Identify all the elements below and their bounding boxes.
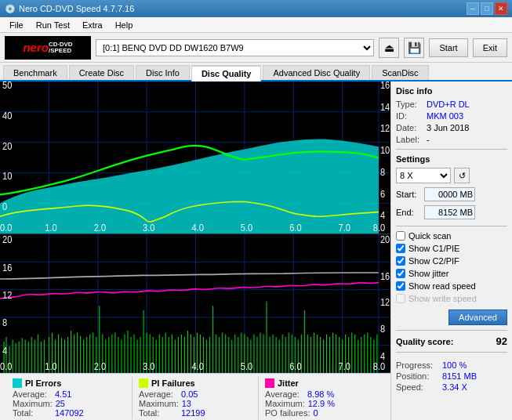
position-value: 8151 MB (442, 371, 477, 381)
stat-jitter: Jitter Average: 8.98 % Maximum: 12.9 % P… (259, 377, 384, 419)
title-bar-text: Nero CD-DVD Speed 4.7.7.16 (19, 4, 134, 13)
quality-score-value: 92 (496, 335, 507, 347)
disc-id-label: ID: (396, 111, 423, 121)
tab-scan-disc[interactable]: ScanDisc (372, 65, 428, 80)
show-jitter-checkbox[interactable] (396, 269, 405, 278)
svg-text:5.0: 5.0 (241, 361, 253, 373)
pi-errors-total-label: Total: (13, 408, 52, 418)
svg-text:12: 12 (2, 290, 12, 302)
menu-extra[interactable]: Extra (76, 19, 109, 31)
app-icon: 💿 (5, 4, 16, 14)
tab-benchmark[interactable]: Benchmark (3, 65, 67, 80)
svg-text:0.0: 0.0 (0, 222, 13, 233)
quick-scan-checkbox[interactable] (396, 231, 405, 241)
svg-text:0: 0 (2, 201, 8, 212)
disc-label-label: Label: (396, 135, 423, 144)
show-jitter-row[interactable]: Show jitter (396, 269, 507, 278)
quick-scan-row[interactable]: Quick scan (396, 231, 507, 241)
advanced-button[interactable]: Advanced (448, 310, 507, 325)
disc-label-row: Label: - (396, 135, 507, 144)
svg-text:16: 16 (380, 81, 390, 90)
menu-run-test[interactable]: Run Test (30, 19, 76, 31)
tab-disc-quality[interactable]: Disc Quality (191, 65, 262, 81)
maximize-button[interactable]: □ (481, 2, 493, 15)
svg-text:40: 40 (2, 110, 13, 121)
show-c2-pif-row[interactable]: Show C2/PIF (396, 256, 507, 266)
svg-text:1.0: 1.0 (45, 361, 57, 373)
window-controls: ─ □ ✕ (467, 2, 507, 15)
start-row: Start: (396, 187, 507, 201)
svg-text:10: 10 (380, 145, 390, 156)
jitter-avg-value: 8.98 % (307, 389, 334, 399)
quality-score-label: Quality score: (396, 337, 453, 346)
minimize-button[interactable]: ─ (467, 2, 479, 15)
svg-text:8: 8 (2, 317, 8, 329)
svg-text:20: 20 (2, 234, 13, 246)
svg-text:4.0: 4.0 (191, 222, 204, 233)
main-content: 50 40 20 10 0 16 14 12 10 8 6 4 0.0 1.0 (0, 81, 512, 420)
show-c2-pif-checkbox[interactable] (396, 256, 405, 266)
stats-footer: PI Errors Average: 4.51 Maximum: 25 Tota… (0, 373, 390, 420)
divider-3 (396, 330, 507, 331)
end-input[interactable] (424, 205, 475, 219)
title-bar: 💿 Nero CD-DVD Speed 4.7.7.16 ─ □ ✕ (0, 0, 512, 17)
show-write-speed-label: Show write speed (409, 294, 477, 303)
settings-title: Settings (396, 154, 507, 164)
svg-text:4.0: 4.0 (191, 361, 204, 373)
pi-errors-max-value: 25 (56, 399, 65, 408)
menu-file[interactable]: File (3, 19, 30, 31)
svg-text:4: 4 (380, 350, 386, 362)
menu-bar: File Run Test Extra Help (0, 17, 512, 33)
svg-text:7.0: 7.0 (339, 361, 351, 373)
progress-section: Progress: 100 % Position: 8151 MB Speed:… (396, 360, 507, 392)
show-c1-pie-label: Show C1/PIE (409, 244, 459, 253)
speed-select[interactable]: 8 X (396, 168, 451, 183)
speed-row: 8 X ↺ (396, 168, 507, 183)
svg-text:1.0: 1.0 (45, 222, 57, 233)
svg-text:7.0: 7.0 (339, 222, 351, 233)
svg-text:8.0: 8.0 (373, 222, 386, 233)
tab-disc-info[interactable]: Disc Info (136, 65, 190, 80)
chart-top: 50 40 20 10 0 16 14 12 10 8 6 4 0.0 1.0 (0, 81, 390, 234)
svg-text:4: 4 (380, 210, 386, 221)
stat-pi-errors: PI Errors Average: 4.51 Maximum: 25 Tota… (6, 377, 133, 419)
show-read-speed-row[interactable]: Show read speed (396, 281, 507, 291)
divider-4 (396, 352, 507, 353)
start-button[interactable]: Start (429, 38, 467, 57)
jitter-legend-label: Jitter (278, 378, 299, 388)
pi-errors-total-value: 147092 (55, 408, 84, 418)
save-icon[interactable]: 💾 (404, 38, 424, 58)
drive-select[interactable]: [0:1] BENQ DVD DD DW1620 B7W9 (96, 39, 374, 56)
pi-errors-avg-label: Average: (13, 389, 52, 399)
disc-info-title: Disc info (396, 86, 507, 96)
speed-label: Speed: (396, 382, 439, 392)
show-c1-pie-checkbox[interactable] (396, 244, 405, 253)
stat-pi-failures: PI Failures Average: 0.05 Maximum: 13 To… (133, 377, 259, 419)
show-write-speed-row[interactable]: Show write speed (396, 294, 507, 303)
quick-scan-label: Quick scan (409, 231, 451, 241)
disc-type-row: Type: DVD+R DL (396, 100, 507, 109)
tab-bar: Benchmark Create Disc Disc Info Disc Qua… (0, 63, 512, 81)
disc-date-value: 3 Jun 2018 (427, 123, 469, 132)
jitter-max-label: Maximum: (265, 399, 305, 408)
close-button[interactable]: ✕ (495, 2, 507, 15)
show-c2-pif-label: Show C2/PIF (409, 256, 459, 266)
eject-icon[interactable]: ⏏ (379, 38, 399, 58)
pi-failures-legend-dot (139, 378, 148, 388)
svg-text:14: 14 (380, 101, 390, 112)
tab-create-disc[interactable]: Create Disc (69, 65, 134, 80)
start-input[interactable] (424, 187, 475, 201)
show-read-speed-checkbox[interactable] (396, 281, 405, 291)
pi-failures-legend-label: PI Failures (151, 378, 195, 388)
svg-text:3.0: 3.0 (143, 361, 155, 373)
tab-advanced-disc-quality[interactable]: Advanced Disc Quality (263, 65, 370, 80)
pi-failures-avg-value: 0.05 (181, 389, 198, 399)
speed-value: 3.34 X (442, 382, 467, 392)
refresh-icon[interactable]: ↺ (454, 168, 470, 183)
exit-button[interactable]: Exit (473, 38, 507, 57)
pi-failures-total-label: Total: (139, 408, 178, 418)
show-write-speed-checkbox[interactable] (396, 294, 405, 303)
show-c1-pie-row[interactable]: Show C1/PIE (396, 244, 507, 253)
menu-help[interactable]: Help (109, 19, 140, 31)
end-label: End: (396, 208, 421, 217)
